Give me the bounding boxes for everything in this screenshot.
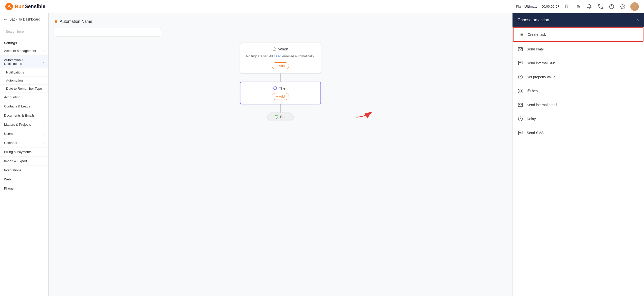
settings-icon[interactable] xyxy=(619,3,626,10)
sidebar-item-label: Account Management xyxy=(4,49,36,53)
set-property-icon xyxy=(518,74,523,80)
when-node: When No triggers set. All Lead enrolled … xyxy=(240,43,321,73)
chevron-right-icon: › xyxy=(43,160,44,163)
svg-point-29 xyxy=(521,132,521,133)
chevron-right-icon: › xyxy=(43,151,44,154)
chevron-right-icon: › xyxy=(43,49,44,52)
action-label: If/Then xyxy=(527,89,538,93)
settings-label: Settings xyxy=(0,38,48,46)
action-label: Delay xyxy=(527,117,536,121)
sidebar-sub-item-automation[interactable]: Automation xyxy=(0,77,48,85)
sidebar-item-label: Integrations xyxy=(4,168,21,172)
logo: RunSensible xyxy=(5,3,45,11)
sidebar-sub-item-notifications[interactable]: Notifications xyxy=(0,68,48,77)
sidebar-item-label: Phone xyxy=(4,187,14,190)
sidebar-item-web[interactable]: Web › xyxy=(0,175,48,184)
sidebar-item-label: Accounting xyxy=(4,95,20,99)
sidebar-item-automation-notifications[interactable]: Automation & Notifications ⌄ xyxy=(0,56,48,68)
when-node-header: When xyxy=(245,47,316,51)
sidebar-item-label: Contacts & Leads xyxy=(4,104,30,108)
main-layout: ↩ Back To Dashboard Settings Account Man… xyxy=(0,13,644,296)
topbar-right: Plan: Ultimate 00:00:00 ⏱ 🗑 ⊕ xyxy=(516,2,639,11)
sidebar-item-phone[interactable]: Phone › xyxy=(0,184,48,193)
flow-connector-2 xyxy=(280,104,281,113)
sidebar-item-label: Calendar xyxy=(4,141,17,145)
action-label: Send internal SMS xyxy=(527,61,556,65)
then-add-button[interactable]: + Add xyxy=(272,93,289,100)
plan-badge: Plan: Ultimate xyxy=(516,5,538,8)
svg-point-1 xyxy=(9,5,10,6)
then-node: Then + Add xyxy=(240,82,321,104)
add-icon[interactable]: ⊕ xyxy=(575,3,582,10)
then-node-header: Then xyxy=(245,86,315,90)
delete-icon[interactable]: 🗑 xyxy=(563,3,571,10)
timer-icon: ⏱ xyxy=(555,4,559,9)
svg-point-27 xyxy=(520,132,520,133)
action-panel-title: Choose an action xyxy=(518,18,549,22)
action-item-create-task[interactable]: Create task xyxy=(513,27,643,42)
flow-container: When No triggers set. All Lead enrolled … xyxy=(55,43,506,121)
help-icon[interactable] xyxy=(608,3,615,10)
when-add-button[interactable]: + Add xyxy=(272,62,289,69)
sidebar-item-matters-projects[interactable]: Matters & Projects › xyxy=(0,120,48,129)
sidebar-item-calendar[interactable]: Calendar › xyxy=(0,138,48,147)
action-panel-header: Choose an action × xyxy=(513,13,644,27)
status-dot xyxy=(55,20,57,23)
send-email-icon xyxy=(518,46,523,52)
sidebar: ↩ Back To Dashboard Settings Account Man… xyxy=(0,13,49,296)
end-label: End xyxy=(280,115,287,119)
if-then-icon xyxy=(518,88,523,94)
sidebar-item-import-export[interactable]: Import & Export › xyxy=(0,157,48,166)
sidebar-item-label: Automation & Notifications xyxy=(4,58,42,66)
delay-icon xyxy=(518,116,523,122)
action-item-if-then[interactable]: If/Then xyxy=(513,84,644,98)
action-item-set-property-value[interactable]: Set property value xyxy=(513,70,644,84)
sidebar-item-integrations[interactable]: Integrations › xyxy=(0,166,48,175)
svg-rect-21 xyxy=(519,92,520,93)
back-to-dashboard-button[interactable]: ↩ Back To Dashboard xyxy=(0,13,48,25)
sidebar-item-account-management[interactable]: Account Management › xyxy=(0,46,48,56)
sidebar-item-users[interactable]: Users › xyxy=(0,129,48,138)
sidebar-item-billing-payments[interactable]: Billing & Payments › xyxy=(0,147,48,157)
search-input[interactable] xyxy=(3,28,45,35)
action-item-send-sms[interactable]: Send SMS xyxy=(513,126,644,140)
back-label: Back To Dashboard xyxy=(9,17,40,21)
sidebar-item-documents-emails[interactable]: Documents & Emails › xyxy=(0,111,48,120)
action-label: Create task xyxy=(528,32,546,36)
end-node: End xyxy=(267,113,294,121)
bell-icon[interactable] xyxy=(586,3,593,10)
when-label: When xyxy=(278,47,288,51)
search-box xyxy=(0,25,48,38)
svg-point-15 xyxy=(521,63,521,63)
action-item-send-internal-email[interactable]: Send internal email xyxy=(513,98,644,112)
chevron-right-icon: › xyxy=(43,141,44,144)
automation-name-input[interactable] xyxy=(55,28,161,36)
timer: 00:00:00 ⏱ xyxy=(541,4,559,9)
svg-point-14 xyxy=(520,63,521,63)
topbar: RunSensible Plan: Ultimate 00:00:00 ⏱ 🗑 … xyxy=(0,0,644,13)
action-item-send-internal-sms[interactable]: Send internal SMS xyxy=(513,56,644,70)
send-sms-icon xyxy=(518,130,523,136)
chevron-right-icon: › xyxy=(43,132,44,135)
sidebar-item-label: Import & Export xyxy=(4,159,27,163)
send-internal-email-icon xyxy=(518,102,523,108)
action-item-send-email[interactable]: Send email xyxy=(513,42,644,56)
logo-icon xyxy=(5,3,13,11)
chevron-right-icon: › xyxy=(43,114,44,117)
action-item-delay[interactable]: Delay xyxy=(513,112,644,126)
avatar[interactable] xyxy=(630,2,639,11)
action-panel-close-button[interactable]: × xyxy=(636,17,639,23)
automation-header: Automation Name xyxy=(55,19,506,24)
automation-title: Automation Name xyxy=(60,19,92,24)
svg-point-2 xyxy=(589,4,590,5)
svg-rect-22 xyxy=(521,92,522,93)
sidebar-item-accounting[interactable]: Accounting › xyxy=(0,93,48,102)
sidebar-sub-item-date-to-remember[interactable]: Date to Remember Type xyxy=(0,85,48,93)
sidebar-item-label: Billing & Payments xyxy=(4,150,31,154)
chevron-right-icon: › xyxy=(43,105,44,108)
chevron-right-icon: › xyxy=(43,178,44,181)
action-label: Send email xyxy=(527,47,544,51)
sidebar-item-label: Documents & Emails xyxy=(4,114,35,117)
sidebar-item-contacts-leads[interactable]: Contacts & Leads › xyxy=(0,102,48,111)
phone-icon[interactable] xyxy=(597,3,604,10)
